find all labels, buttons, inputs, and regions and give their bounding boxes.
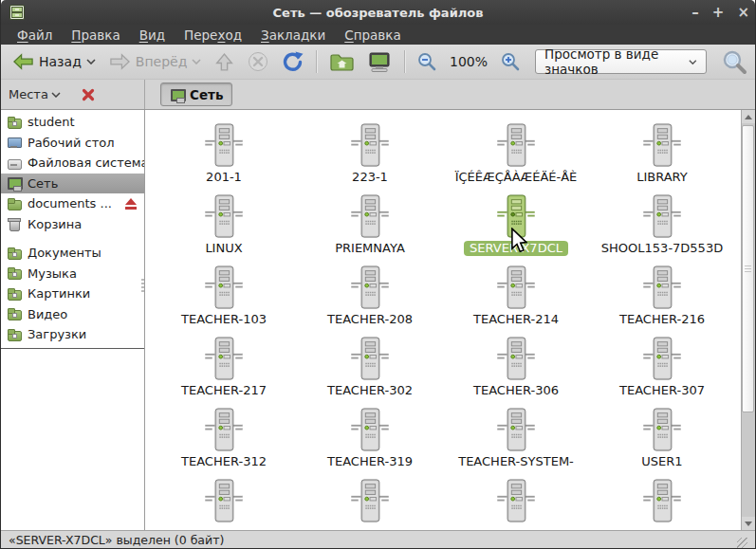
filesystem-icon bbox=[7, 156, 22, 171]
computer-tower-icon bbox=[203, 479, 245, 523]
menu-item-3[interactable]: Вид bbox=[131, 27, 174, 44]
back-button[interactable]: Назад bbox=[7, 49, 101, 74]
view-mode-value: Просмотр в виде значков bbox=[544, 46, 679, 77]
grid-item[interactable]: TEACHER-217 bbox=[151, 325, 297, 396]
computer-tower-icon bbox=[495, 408, 537, 452]
grid-item[interactable] bbox=[443, 467, 589, 530]
grid-item[interactable]: 223-1 bbox=[297, 112, 443, 183]
downloads-folder-icon bbox=[7, 327, 22, 342]
sidebar-item-2[interactable]: Файловая система bbox=[1, 153, 144, 174]
grid-item[interactable]: SHOOL153-7D553D bbox=[589, 183, 735, 254]
grid-item[interactable]: USER1 bbox=[589, 396, 735, 467]
grid-item[interactable]: 201-1 bbox=[151, 112, 297, 183]
sidebar-item-7[interactable]: Документы bbox=[1, 243, 144, 264]
sidebar-item-9[interactable]: Картинки bbox=[1, 284, 144, 304]
sidebar-item-0[interactable]: student bbox=[1, 112, 144, 133]
computer-button[interactable] bbox=[361, 48, 397, 76]
grid-item[interactable]: ÏÇÉÊÆÇÅÀÆÉÄÉ-ÅÈ bbox=[443, 112, 589, 183]
sidebar-item-4[interactable]: documents ... bbox=[1, 193, 144, 214]
sidebar-item-5[interactable]: Корзина bbox=[1, 214, 144, 235]
scrollbar-thumb[interactable] bbox=[742, 125, 754, 412]
computer-tower-icon bbox=[349, 194, 391, 239]
scrollbar-track[interactable] bbox=[742, 123, 755, 517]
toolbar-separator bbox=[316, 50, 317, 73]
menu-item-4[interactable]: Переход bbox=[175, 27, 250, 44]
chevron-down-icon bbox=[689, 59, 697, 65]
computer-tower-icon bbox=[349, 123, 391, 168]
sidebar-item-11[interactable]: Загрузки bbox=[1, 324, 144, 345]
computer-tower-icon bbox=[203, 337, 245, 381]
sidebar-close-button[interactable] bbox=[82, 88, 95, 101]
sidebar-item-label: Рабочий стол bbox=[28, 136, 114, 150]
grid-item[interactable]: SERVER-X7DCL bbox=[443, 183, 589, 254]
computer-tower-icon bbox=[349, 408, 391, 452]
computer-tower-icon bbox=[641, 194, 683, 239]
zoom-out-button[interactable] bbox=[412, 49, 442, 74]
close-button[interactable]: × bbox=[737, 4, 749, 21]
back-arrow-icon bbox=[12, 52, 34, 71]
grid-item[interactable]: TEACHER-SYSTEM- bbox=[443, 396, 589, 467]
view-mode-selector[interactable]: Просмотр в виде значков bbox=[535, 49, 707, 74]
home-button[interactable] bbox=[323, 48, 360, 75]
grid-item[interactable]: TEACHER-302 bbox=[297, 325, 443, 396]
scroll-up-button[interactable] bbox=[742, 110, 755, 123]
sidebar-item-8[interactable]: Музыка bbox=[1, 264, 144, 284]
grid-item[interactable]: TEACHER-319 bbox=[297, 396, 443, 467]
reload-icon bbox=[282, 51, 304, 73]
grid-item[interactable]: TEACHER-307 bbox=[589, 325, 735, 396]
resize-grip[interactable] bbox=[737, 538, 747, 548]
reload-button[interactable] bbox=[276, 48, 309, 76]
trash-icon bbox=[7, 216, 22, 231]
stop-button[interactable] bbox=[242, 48, 274, 75]
sidebar-section-divider bbox=[1, 348, 144, 349]
forward-button[interactable]: Вперёд bbox=[103, 49, 208, 74]
maximize-button[interactable]: + bbox=[712, 4, 725, 21]
grid-item[interactable] bbox=[151, 467, 297, 530]
path-button-network[interactable]: Сеть bbox=[160, 82, 232, 106]
eject-icon[interactable] bbox=[124, 196, 138, 211]
path-bar: Сеть bbox=[145, 80, 755, 109]
documents-folder-icon bbox=[7, 246, 22, 261]
minimize-button[interactable]: – bbox=[691, 4, 699, 21]
grid-item[interactable]: LIBRARY bbox=[589, 112, 735, 183]
grid-item[interactable] bbox=[589, 467, 735, 530]
grid-item[interactable]: TEACHER-208 bbox=[297, 254, 443, 325]
icon-view[interactable]: 201-1 223-1 bbox=[145, 110, 741, 530]
sidebar-item-3[interactable]: Сеть bbox=[1, 174, 144, 194]
places-selector[interactable]: Места bbox=[9, 87, 61, 101]
titlebar[interactable]: Сеть — обозреватель файлов – + × bbox=[1, 0, 755, 25]
computer-tower-icon bbox=[203, 265, 245, 310]
menubar: ФайлПравкаВидПереходЗакладкиСправка bbox=[1, 25, 755, 45]
scroll-down-button[interactable] bbox=[742, 517, 755, 530]
grid-item[interactable]: TEACHER-312 bbox=[151, 396, 297, 467]
grid-item[interactable]: TEACHER-216 bbox=[589, 254, 735, 325]
zoom-in-button[interactable] bbox=[495, 49, 526, 74]
down-triangle-icon bbox=[745, 522, 752, 526]
grid-item[interactable]: TEACHER-214 bbox=[443, 254, 589, 325]
search-button[interactable] bbox=[720, 47, 749, 77]
file-cabinet-icon bbox=[9, 4, 26, 21]
sidebar-item-10[interactable]: Видео bbox=[1, 304, 144, 325]
sidebar-item-label: Загрузки bbox=[28, 327, 86, 341]
grid-item[interactable]: PRIEMNAYA bbox=[297, 183, 443, 254]
grid-item[interactable]: LINUX bbox=[151, 183, 297, 254]
close-sidebar-icon bbox=[82, 88, 95, 101]
sidebar-item-label: Видео bbox=[28, 307, 67, 321]
menu-item-5[interactable]: Закладки bbox=[252, 27, 334, 44]
pane-resize-handle[interactable] bbox=[141, 279, 144, 294]
sidebar-item-label: Музыка bbox=[28, 266, 77, 281]
computer-tower-icon bbox=[495, 265, 537, 310]
zoom-level: 100% bbox=[450, 54, 488, 69]
grid-item[interactable]: TEACHER-306 bbox=[443, 325, 589, 396]
grid-item[interactable] bbox=[297, 467, 443, 530]
sidebar-header: Места bbox=[1, 80, 145, 109]
video-folder-icon bbox=[7, 306, 22, 321]
sidebar-item-1[interactable]: Рабочий стол bbox=[1, 133, 144, 154]
grid-item[interactable]: TEACHER-103 bbox=[151, 254, 297, 325]
up-button[interactable] bbox=[209, 49, 240, 75]
menu-item-1[interactable]: Файл bbox=[9, 27, 61, 44]
menu-item-6[interactable]: Справка bbox=[336, 27, 410, 44]
vertical-scrollbar[interactable] bbox=[741, 110, 755, 530]
menu-item-2[interactable]: Правка bbox=[63, 27, 128, 44]
location-bar-row: Места Сеть bbox=[1, 80, 755, 109]
